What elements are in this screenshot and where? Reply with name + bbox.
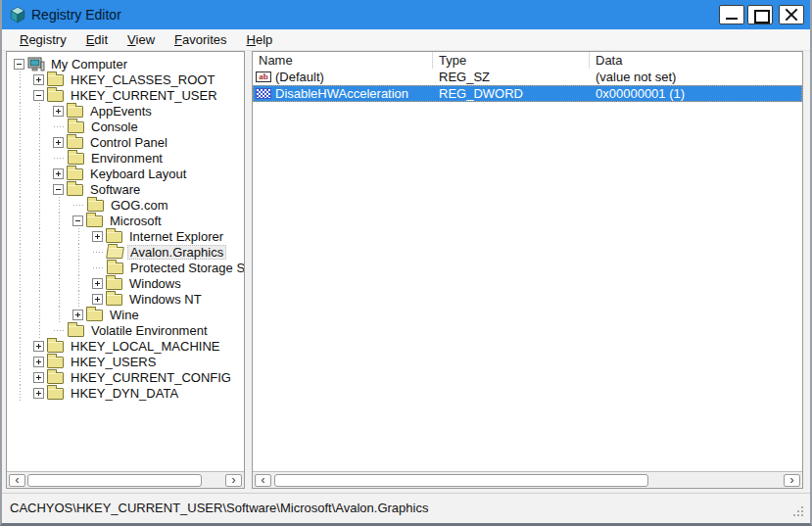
registry-cube-icon <box>8 6 27 24</box>
value-row-disablehwacceleration[interactable]: DisableHWAcceleration REG_DWORD 0x000000… <box>253 85 802 102</box>
tree-item-gog-com[interactable]: GOG.com <box>13 197 244 213</box>
value-name: DisableHWAcceleration <box>275 86 408 101</box>
list-header: Name Type Data <box>253 52 802 69</box>
folder-icon <box>47 357 64 368</box>
scroll-left-icon[interactable]: ‹ <box>255 474 271 487</box>
tree-item-console[interactable]: Console <box>13 119 244 134</box>
tree-guide <box>13 385 32 401</box>
computer-icon <box>27 57 45 72</box>
tree-item-internet-explorer[interactable]: Internet Explorer <box>13 228 244 244</box>
collapse-icon[interactable] <box>72 215 83 226</box>
maximize-button[interactable] <box>747 5 773 24</box>
tree-guide <box>32 150 52 166</box>
folder-icon <box>86 215 103 227</box>
tree-guide <box>13 134 32 150</box>
tree-item-appevents[interactable]: AppEvents <box>13 103 244 119</box>
expand-icon[interactable] <box>92 294 103 305</box>
tree-item-microsoft[interactable]: Microsoft <box>13 213 244 228</box>
tree-guide <box>32 275 52 291</box>
tree-item-hkey-current-user[interactable]: HKEY_CURRENT_USER <box>13 87 244 103</box>
tree-item-software[interactable]: Software <box>13 181 244 197</box>
tree-item-volatile-environment[interactable]: Volatile Environment <box>13 322 244 338</box>
folder-icon <box>106 278 122 290</box>
tree-guide <box>52 307 72 322</box>
tree-label: HKEY_DYN_DATA <box>68 386 181 401</box>
scrollbar-thumb[interactable] <box>274 474 648 487</box>
column-header-type[interactable]: Type <box>433 52 590 69</box>
tree-guide <box>13 213 32 228</box>
tree-guide <box>72 275 91 291</box>
tree-item-my-computer[interactable]: My Computer <box>13 56 244 72</box>
folder-icon <box>47 90 64 102</box>
tree-guide <box>13 369 32 385</box>
expand-icon[interactable] <box>53 106 64 117</box>
folder-icon <box>107 263 123 274</box>
tree-item-wine[interactable]: Wine <box>13 307 244 322</box>
expand-icon[interactable] <box>92 278 103 289</box>
folder-icon <box>67 184 83 196</box>
menu-favorites[interactable]: Favorites <box>165 30 236 49</box>
tree-item-hkey-dyn-data[interactable]: HKEY_DYN_DATA <box>13 385 244 401</box>
expand-icon[interactable] <box>33 357 44 367</box>
tree-guide <box>32 134 52 150</box>
tree-item-hkey-local-machine[interactable]: HKEY_LOCAL_MACHINE <box>13 338 244 354</box>
collapse-icon[interactable] <box>33 90 44 101</box>
tree-guide <box>32 103 52 119</box>
tree-horizontal-scrollbar[interactable]: ‹ › <box>7 471 244 488</box>
folder-icon <box>67 168 83 180</box>
tree-guide <box>13 197 32 213</box>
menu-help[interactable]: Help <box>237 30 283 49</box>
tree-guide <box>32 181 52 197</box>
content-area: My Computer HKEY_CLASSES_ROOT HKEY_CURRE… <box>2 51 810 490</box>
scrollbar-thumb[interactable] <box>27 474 202 487</box>
value-row-default[interactable]: ab(Default) REG_SZ (value not set) <box>253 69 802 85</box>
expand-icon[interactable] <box>92 231 103 242</box>
expand-icon[interactable] <box>33 341 44 352</box>
tree-label: Windows <box>126 276 184 291</box>
column-header-name[interactable]: Name <box>253 52 433 69</box>
tree-guide <box>91 260 107 275</box>
tree-item-control-panel[interactable]: Control Panel <box>13 134 244 150</box>
tree-item-windows-nt[interactable]: Windows NT <box>13 291 244 307</box>
tree-guide <box>13 150 32 166</box>
menu-view[interactable]: View <box>118 30 165 49</box>
resize-grip[interactable] <box>801 514 803 516</box>
scroll-left-icon[interactable]: ‹ <box>9 474 25 487</box>
expand-icon[interactable] <box>33 372 44 383</box>
tree-item-windows[interactable]: Windows <box>13 275 244 291</box>
tree-item-protected-storage[interactable]: Protected Storage System I <box>13 260 244 275</box>
scroll-right-icon[interactable]: › <box>225 474 242 487</box>
tree-guide <box>32 260 52 275</box>
tree-guide <box>32 244 52 260</box>
expand-icon[interactable] <box>53 168 64 179</box>
menu-registry[interactable]: Registry <box>10 30 76 49</box>
tree-guide <box>32 166 52 181</box>
column-header-data[interactable]: Data <box>590 52 802 69</box>
folder-icon <box>67 137 83 149</box>
tree-item-keyboard-layout[interactable]: Keyboard Layout <box>13 166 244 181</box>
expand-icon[interactable] <box>33 388 44 399</box>
tree-label: Windows NT <box>126 292 205 307</box>
menu-edit[interactable]: Edit <box>76 30 118 49</box>
tree-guide <box>13 72 32 87</box>
expand-icon[interactable] <box>53 137 64 148</box>
expand-icon[interactable] <box>33 74 44 85</box>
tree-guide <box>13 291 32 307</box>
collapse-icon[interactable] <box>14 59 24 70</box>
titlebar[interactable]: Registry Editor <box>2 0 810 29</box>
list-horizontal-scrollbar[interactable]: ‹ › <box>253 471 802 488</box>
minimize-button[interactable] <box>719 5 744 24</box>
tree-item-hkey-classes-root[interactable]: HKEY_CLASSES_ROOT <box>13 72 244 87</box>
collapse-icon[interactable] <box>53 184 64 195</box>
tree-item-hkey-current-config[interactable]: HKEY_CURRENT_CONFIG <box>13 369 244 385</box>
tree-label: Microsoft <box>107 214 165 228</box>
tree-item-avalon-graphics[interactable]: Avalon.Graphics <box>13 244 244 260</box>
expand-icon[interactable] <box>72 310 83 320</box>
close-button[interactable] <box>779 5 804 24</box>
tree-guide <box>72 244 91 260</box>
scroll-right-icon[interactable]: › <box>784 474 800 487</box>
value-type: REG_DWORD <box>433 86 590 101</box>
tree-label: HKEY_LOCAL_MACHINE <box>68 339 222 354</box>
tree-item-environment[interactable]: Environment <box>13 150 244 166</box>
tree-item-hkey-users[interactable]: HKEY_USERS <box>13 354 244 369</box>
